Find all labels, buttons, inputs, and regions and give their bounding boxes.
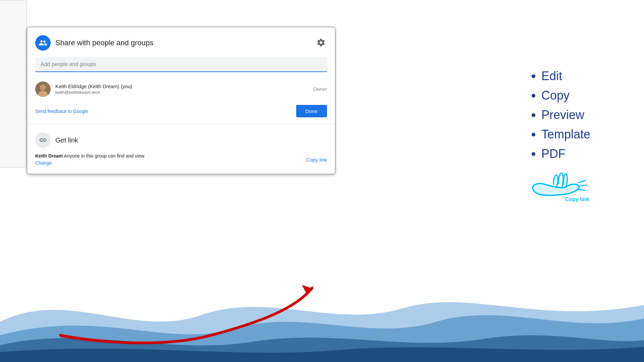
share-icon-circle	[35, 35, 51, 51]
get-link-header: Get link	[35, 132, 327, 148]
list-item-preview: Preview	[541, 106, 590, 124]
behind-panel: CpcDkc	[0, 0, 27, 168]
user-info: Keith Eldridge (Keith Dream) (you) keith…	[35, 81, 132, 97]
user-row: Keith Eldridge (Keith Dream) (you) keith…	[35, 79, 327, 100]
svg-line-6	[579, 189, 585, 190]
svg-point-3	[40, 84, 46, 90]
svg-line-4	[579, 180, 585, 183]
change-link[interactable]: Change	[35, 160, 52, 166]
add-people-container[interactable]	[35, 57, 327, 72]
user-email: keith@keithdream.tech	[55, 90, 132, 95]
user-name: Keith Eldridge (Keith Dream) (you)	[55, 83, 132, 89]
dialog-wrapper: Share with people and groups	[27, 27, 335, 174]
behind-panel-text: CpcDkc	[0, 0, 26, 90]
user-details: Keith Eldridge (Keith Dream) (you) keith…	[55, 83, 132, 95]
avatar	[35, 81, 51, 97]
people-icon	[39, 39, 47, 47]
share-dialog: Share with people and groups	[27, 27, 335, 174]
avatar-svg	[35, 81, 51, 97]
add-people-input[interactable]	[41, 61, 322, 67]
feature-list: Edit Copy Preview Template PDF	[535, 67, 590, 163]
link-text-info: Keith Dream Anyone in this group can fin…	[35, 153, 306, 166]
get-link-title: Get link	[55, 136, 78, 144]
share-title-group: Share with people and groups	[35, 35, 153, 51]
right-list: Edit Copy Preview Template PDF	[535, 67, 590, 164]
wave-background	[0, 221, 644, 362]
svg-line-5	[580, 185, 587, 186]
share-header: Share with people and groups	[35, 35, 327, 51]
gear-icon	[316, 38, 326, 47]
get-link-section: Get link Keith Dream Anyone in this grou…	[27, 124, 335, 174]
list-item-pdf: PDF	[541, 145, 590, 163]
get-link-actions: Keith Dream Anyone in this group can fin…	[35, 153, 327, 166]
done-button[interactable]: Done	[296, 105, 327, 117]
copy-link-area: Copy link	[306, 157, 327, 163]
settings-button[interactable]	[315, 37, 327, 50]
owner-label: Owner	[313, 86, 327, 92]
list-item-template: Template	[541, 125, 590, 143]
share-footer: Send feedback to Google Done	[35, 105, 327, 117]
link-icon	[39, 136, 47, 144]
copy-link-button[interactable]: Copy link	[306, 157, 327, 163]
feedback-link[interactable]: Send feedback to Google	[35, 109, 88, 114]
dialog-title: Share with people and groups	[55, 39, 153, 47]
link-description-bold: Keith Dream	[35, 153, 63, 159]
list-item-copy: Copy	[541, 86, 590, 105]
link-description: Keith Dream Anyone in this group can fin…	[35, 153, 306, 159]
svg-text:Copy link: Copy link	[565, 196, 589, 202]
link-description-rest: Anyone in this group can find and view	[63, 153, 144, 159]
share-section: Share with people and groups	[27, 27, 335, 124]
list-item-edit: Edit	[541, 67, 590, 85]
link-icon-circle	[35, 132, 51, 148]
